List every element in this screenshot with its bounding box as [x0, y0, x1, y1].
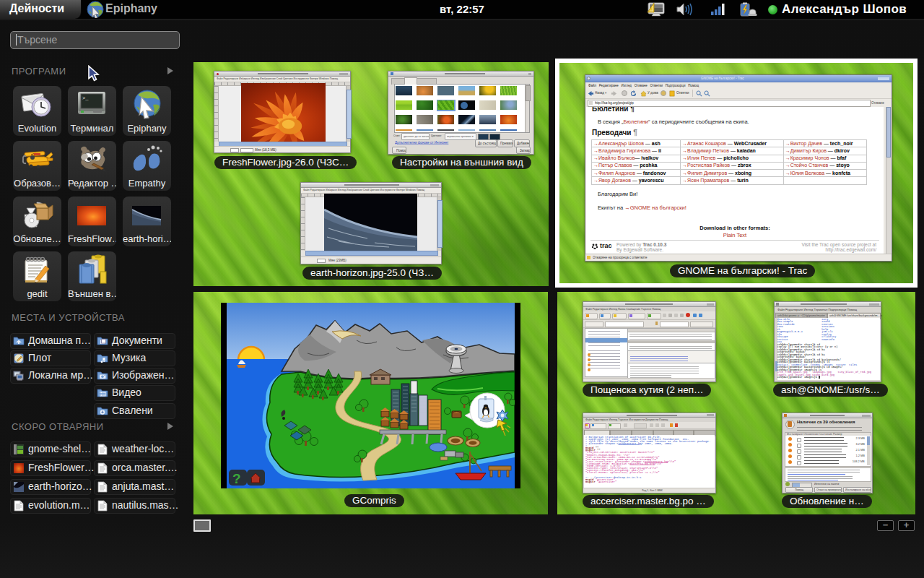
svg-text:>_: >_ — [82, 95, 89, 101]
svg-text:?: ? — [232, 471, 241, 486]
